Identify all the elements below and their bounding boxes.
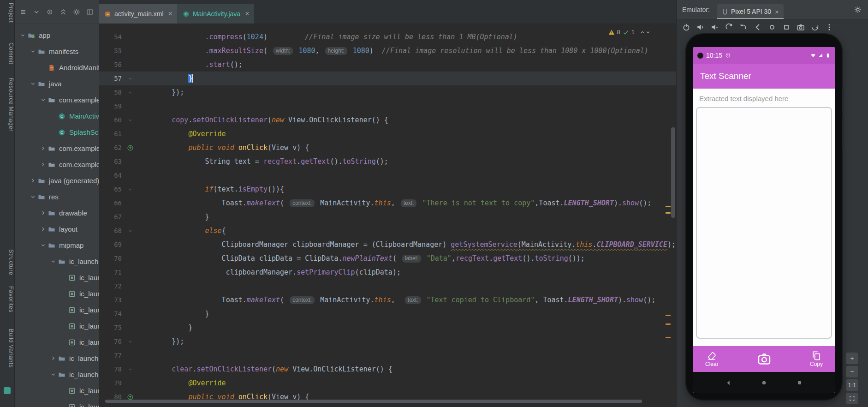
project-tree[interactable]: appmanifestsAndroidManifejavacom.example… bbox=[15, 24, 99, 407]
more-vertical-button[interactable] bbox=[824, 22, 834, 32]
code-line-59[interactable]: 59 bbox=[99, 99, 676, 113]
code-lines[interactable]: 54 .compress(1024) //Final image size wi… bbox=[99, 24, 676, 404]
line-number[interactable]: 75 bbox=[99, 324, 122, 331]
phone-screen[interactable]: 10:15 Text Scanner Extracted text displa… bbox=[693, 47, 835, 393]
tree-item-manifests[interactable]: manifests bbox=[15, 43, 99, 60]
tree-item-com-example-t[interactable]: com.example.t bbox=[15, 92, 99, 108]
zoom-out-button[interactable]: − bbox=[846, 366, 858, 377]
horizontal-scrollbar-thumb[interactable] bbox=[105, 400, 642, 403]
tree-item-ic-launcher[interactable]: ic_launcher bbox=[15, 253, 99, 269]
fold-marker-gutter[interactable] bbox=[122, 118, 138, 123]
options-menu-button[interactable] bbox=[19, 8, 27, 16]
copy-button[interactable]: Copy bbox=[810, 351, 823, 367]
close-tab-icon[interactable]: × bbox=[245, 10, 249, 18]
locate-button[interactable] bbox=[46, 8, 54, 16]
code-line-64[interactable]: 64 bbox=[99, 168, 676, 182]
tree-item-ic-launch[interactable]: ic_launch bbox=[15, 399, 99, 407]
tree-item-ic-launch[interactable]: ic_launch bbox=[15, 318, 99, 334]
line-number[interactable]: 72 bbox=[99, 282, 122, 290]
back-nav-button[interactable] bbox=[753, 22, 763, 32]
tree-item-ic-launch[interactable]: ic_launch bbox=[15, 383, 99, 399]
rotate-left-button[interactable] bbox=[724, 22, 734, 32]
line-number[interactable]: 68 bbox=[99, 227, 122, 234]
override-marker-gutter[interactable] bbox=[122, 144, 138, 151]
line-number[interactable]: 79 bbox=[99, 379, 122, 387]
line-number[interactable]: 54 bbox=[99, 33, 122, 41]
line-number[interactable]: 62 bbox=[99, 144, 122, 151]
tool-button-project[interactable]: Project bbox=[0, 3, 15, 23]
fold-marker-gutter[interactable] bbox=[122, 367, 138, 372]
code-line-62[interactable]: 62 public void onClick(View v) { bbox=[99, 141, 676, 155]
tree-item-splashscree[interactable]: CSplashScree bbox=[15, 124, 99, 140]
line-number[interactable]: 71 bbox=[99, 269, 122, 276]
overview-nav-button[interactable] bbox=[781, 22, 791, 32]
line-number[interactable]: 78 bbox=[99, 365, 122, 373]
tree-item-ic-launch[interactable]: ic_launch bbox=[15, 286, 99, 302]
vertical-scrollbar[interactable] bbox=[671, 127, 675, 218]
code-line-55[interactable]: 55 .maxResultSize( width: 1080, height: … bbox=[99, 44, 676, 58]
home-nav-button[interactable] bbox=[767, 22, 777, 32]
tree-item-androidmanife[interactable]: AndroidManife bbox=[15, 60, 99, 76]
line-number[interactable]: 77 bbox=[99, 352, 122, 359]
code-line-75[interactable]: 75 } bbox=[99, 321, 676, 335]
tool-button-favorites[interactable]: Favorites bbox=[0, 286, 15, 312]
code-line-54[interactable]: 54 .compress(1024) //Final image size wi… bbox=[99, 30, 676, 44]
code-line-56[interactable]: 56 .start(); bbox=[99, 58, 676, 72]
editor-tab-activity-main-xml[interactable]: activity_main.xml× bbox=[99, 4, 177, 24]
tree-item-ic-launch[interactable]: ic_launch bbox=[15, 269, 99, 286]
tree-item-ic-launcher[interactable]: ic_launcher_ bbox=[15, 366, 99, 383]
code-line-68[interactable]: 68 else{ bbox=[99, 224, 676, 238]
zoom-reset-button[interactable]: 1:1 bbox=[846, 379, 858, 391]
tree-item-java[interactable]: java bbox=[15, 76, 99, 92]
tree-item-ic-launch[interactable]: ic_launch bbox=[15, 334, 99, 350]
tree-item-mipmap[interactable]: mipmap bbox=[15, 237, 99, 253]
line-number[interactable]: 61 bbox=[99, 130, 122, 138]
fold-marker-gutter[interactable] bbox=[122, 187, 138, 192]
power-button[interactable] bbox=[681, 22, 691, 32]
fold-marker-gutter[interactable] bbox=[122, 339, 138, 344]
line-number[interactable]: 55 bbox=[99, 47, 122, 54]
volume-down-button[interactable] bbox=[710, 22, 720, 32]
close-emulator-icon[interactable]: × bbox=[775, 8, 779, 16]
zoom-fit-button[interactable] bbox=[846, 393, 858, 404]
code-line-73[interactable]: 73 Toast.makeText( context: MainActivity… bbox=[99, 293, 676, 307]
code-line-57[interactable]: 57 } bbox=[99, 72, 676, 85]
line-number[interactable]: 63 bbox=[99, 158, 122, 165]
tool-button-build-variants[interactable]: Build Variants bbox=[0, 329, 15, 368]
line-number[interactable]: 66 bbox=[99, 199, 122, 207]
code-line-74[interactable]: 74 } bbox=[99, 307, 676, 321]
prev-next-issue-buttons[interactable] bbox=[640, 30, 651, 35]
code-line-63[interactable]: 63 String text = recgText.getText().toSt… bbox=[99, 155, 676, 168]
tree-item-ic-launcher[interactable]: ic_launcher_ bbox=[15, 350, 99, 366]
collapse-all-button[interactable] bbox=[59, 8, 67, 16]
rotate-right-button[interactable] bbox=[738, 22, 749, 32]
tree-item-ic-launch[interactable]: ic_launch bbox=[15, 302, 99, 318]
screenshot-camera-button[interactable] bbox=[796, 22, 806, 32]
fold-marker-gutter[interactable] bbox=[122, 90, 138, 95]
horizontal-scrollbar[interactable] bbox=[105, 400, 652, 403]
emulator-settings-button[interactable] bbox=[854, 6, 862, 13]
code-line-60[interactable]: 60 copy.setOnClickListener(new View.OnCl… bbox=[99, 113, 676, 127]
line-number[interactable]: 73 bbox=[99, 296, 122, 304]
code-line-66[interactable]: 66 Toast.makeText( context: MainActivity… bbox=[99, 196, 676, 210]
code-line-70[interactable]: 70 ClipData clipData = ClipData.newPlain… bbox=[99, 251, 676, 265]
line-number[interactable]: 74 bbox=[99, 310, 122, 317]
close-tab-icon[interactable]: × bbox=[168, 10, 172, 18]
extracted-text-box[interactable] bbox=[696, 107, 832, 339]
snapshot-restore-button[interactable] bbox=[810, 22, 820, 32]
tool-button-resource-manager[interactable]: Resource Manager bbox=[0, 78, 15, 132]
code-line-71[interactable]: 71 clipboardManager.setPrimaryClip(clipD… bbox=[99, 265, 676, 279]
hide-panel-button[interactable] bbox=[86, 8, 94, 16]
code-line-65[interactable]: 65 if(text.isEmpty()){ bbox=[99, 182, 676, 196]
fold-marker-gutter[interactable] bbox=[122, 76, 138, 81]
tree-item-app[interactable]: app bbox=[15, 27, 99, 43]
code-line-77[interactable]: 77 bbox=[99, 348, 676, 362]
tree-item-layout[interactable]: layout bbox=[15, 221, 99, 237]
tool-button-structure[interactable]: Structure bbox=[0, 249, 15, 275]
line-number[interactable]: 59 bbox=[99, 102, 122, 110]
tool-button-commit[interactable]: Commit bbox=[0, 42, 15, 64]
tree-item-res[interactable]: res bbox=[15, 189, 99, 205]
line-number[interactable]: 56 bbox=[99, 61, 122, 68]
nav-home-button[interactable] bbox=[761, 379, 767, 386]
line-number[interactable]: 60 bbox=[99, 116, 122, 124]
